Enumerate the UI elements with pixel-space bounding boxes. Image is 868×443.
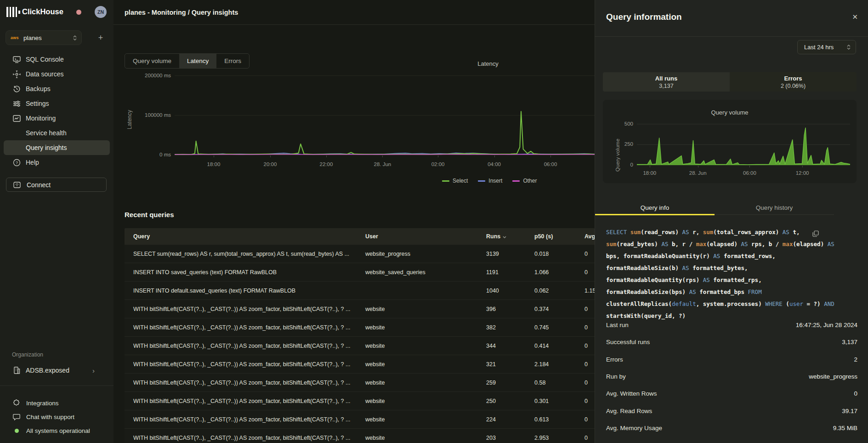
table-row[interactable]: WITH bitShiftLeft(CAST(?..), _CAST(?..))…: [125, 337, 595, 355]
table-row[interactable]: INSERT INTO saved_queries (text) FORMAT …: [125, 263, 595, 282]
service-selector[interactable]: aws planes: [6, 30, 82, 45]
cell-user: website: [357, 380, 477, 386]
sidebar-item-monitoring[interactable]: Monitoring: [0, 111, 113, 126]
close-icon[interactable]: ✕: [852, 13, 858, 21]
sidebar-item-settings[interactable]: Settings: [0, 96, 113, 111]
stat-label: Avg. Written Rows: [606, 390, 657, 397]
query-volume-card: Query volume Query volume 025050018:0028…: [603, 100, 857, 183]
tab-errors[interactable]: Errors: [216, 54, 249, 68]
panel-header: Query information ✕: [595, 0, 868, 37]
stat-value: website_progress: [809, 373, 857, 380]
table-row[interactable]: INSERT INTO default.saved_queries (text)…: [125, 282, 595, 300]
cell-query: WITH bitShiftLeft(CAST(?..), _CAST(?..))…: [125, 416, 357, 423]
cell-runs: 382: [477, 324, 526, 331]
cell-p50: 0.745: [526, 324, 576, 331]
stat-row: Avg. Written Rows 0: [606, 385, 857, 402]
sidebar-item-sql-console[interactable]: SQL Console: [0, 52, 113, 67]
service-name: planes: [23, 35, 42, 41]
cell-user: website: [357, 361, 477, 368]
organization-switcher[interactable]: ADSB.exposed ›: [0, 363, 113, 377]
monitoring-chart-icon: [12, 114, 21, 123]
cell-user: website: [357, 398, 477, 404]
stat-value: 16:47:25, Jun 28 2024: [796, 322, 857, 328]
legend-item-insert[interactable]: Insert: [478, 178, 502, 184]
cell-p50: 0.018: [526, 251, 576, 257]
col-query[interactable]: Query: [125, 233, 357, 240]
stat-value: 3,137: [842, 339, 857, 345]
building-icon: [12, 366, 21, 375]
aws-icon: aws: [11, 35, 19, 40]
tab-query-info[interactable]: Query info: [595, 201, 715, 214]
legend-label: Other: [523, 178, 537, 184]
cell-runs: 321: [477, 361, 526, 368]
stat-value: 2: [854, 356, 857, 363]
cell-avg: 0: [576, 416, 595, 423]
cell-runs: 259: [477, 380, 526, 386]
app-root: ClickHouse ZN aws planes + SQL Console: [0, 0, 868, 443]
table-row[interactable]: WITH bitShiftLeft(CAST(?..), _CAST(?..))…: [125, 318, 595, 337]
stat-value: 9.35 MiB: [833, 425, 857, 431]
col-avg[interactable]: Avg.: [576, 233, 595, 240]
cell-p50: 0.414: [526, 343, 576, 349]
legend-item-select[interactable]: Select: [442, 178, 468, 184]
cell-p50: 0.613: [526, 416, 576, 423]
cell-user: website: [357, 324, 477, 331]
user-avatar[interactable]: ZN: [95, 6, 107, 18]
sidebar-item-data-sources[interactable]: Data sources: [0, 67, 113, 81]
sidebar-item-backups[interactable]: Backups: [0, 81, 113, 96]
segment-all-runs[interactable]: All runs 3,137: [603, 72, 730, 92]
table-row[interactable]: WITH bitShiftLeft(CAST(?..), _CAST(?..))…: [125, 355, 595, 374]
segment-errors[interactable]: Errors 2 (0.06%): [730, 72, 857, 92]
legend-item-other[interactable]: Other: [512, 178, 537, 184]
cell-query: SELECT sum(read_rows) AS r, sum(total_ro…: [125, 251, 357, 257]
cell-runs: 203: [477, 435, 526, 441]
help-icon: ?: [12, 158, 21, 167]
cell-p50: 0.58: [526, 380, 576, 386]
table-row[interactable]: SELECT sum(read_rows) AS r, sum(total_ro…: [125, 245, 595, 263]
col-runs[interactable]: Runs: [477, 233, 526, 240]
legend-swatch: [478, 180, 485, 182]
organization-name: ADSB.exposed: [26, 367, 69, 374]
sidebar-item-integrations[interactable]: Integrations: [0, 396, 113, 410]
cell-query: WITH bitShiftLeft(CAST(?..), _CAST(?..))…: [125, 343, 357, 349]
notification-dot-icon: [76, 10, 81, 15]
cell-avg: 0: [576, 269, 595, 276]
connect-icon: [13, 181, 21, 189]
tab-query-history[interactable]: Query history: [715, 201, 834, 214]
table-row[interactable]: WITH bitShiftLeft(CAST(?..), _CAST(?..))…: [125, 410, 595, 429]
cell-query: WITH bitShiftLeft(CAST(?..), _CAST(?..))…: [125, 361, 357, 368]
cell-runs: 1191: [477, 269, 526, 276]
table-row[interactable]: WITH bitShiftLeft(CAST(?..), _CAST(?..))…: [125, 374, 595, 392]
connect-button[interactable]: Connect: [6, 178, 107, 192]
tab-latency[interactable]: Latency: [179, 54, 216, 68]
sidebar-item-query-insights[interactable]: Query insights: [4, 140, 110, 155]
sidebar-item-service-health[interactable]: Service health: [0, 126, 113, 140]
col-user[interactable]: User: [357, 233, 477, 240]
tab-query-volume[interactable]: Query volume: [125, 54, 179, 68]
sidebar-item-help[interactable]: ? Help: [0, 155, 113, 170]
chevron-right-icon: ›: [92, 367, 95, 374]
status-dot-icon: [12, 426, 21, 435]
table-row[interactable]: WITH bitShiftLeft(CAST(?..), _CAST(?..))…: [125, 392, 595, 410]
stat-label: Errors: [606, 356, 623, 363]
copy-icon[interactable]: [812, 230, 819, 239]
legend-label: Select: [453, 178, 468, 184]
stat-label: Run by: [606, 373, 626, 380]
add-service-button[interactable]: +: [95, 32, 107, 44]
stat-label: Last run: [606, 322, 629, 328]
stat-value: 0: [854, 390, 857, 397]
cell-user: website_progress: [357, 251, 477, 257]
time-range-select[interactable]: Last 24 hrs: [797, 40, 856, 54]
col-p50[interactable]: p50 (s): [526, 233, 576, 240]
cell-user: website: [357, 343, 477, 349]
cell-user: website: [357, 306, 477, 312]
table-row[interactable]: WITH bitShiftLeft(CAST(?..), _CAST(?..))…: [125, 429, 595, 443]
cell-avg: 0: [576, 361, 595, 368]
cell-user: website: [357, 435, 477, 441]
sidebar-item-chat-support[interactable]: Chat with support: [0, 410, 113, 424]
stat-row: p50 latency 0.018s: [606, 437, 857, 443]
table-row[interactable]: WITH bitShiftLeft(CAST(?..), _CAST(?..))…: [125, 300, 595, 318]
stat-row: Last run 16:47:25, Jun 28 2024: [606, 316, 857, 334]
sidebar-item-system-status[interactable]: All systems operational: [0, 424, 113, 437]
sliders-icon: [12, 99, 21, 108]
